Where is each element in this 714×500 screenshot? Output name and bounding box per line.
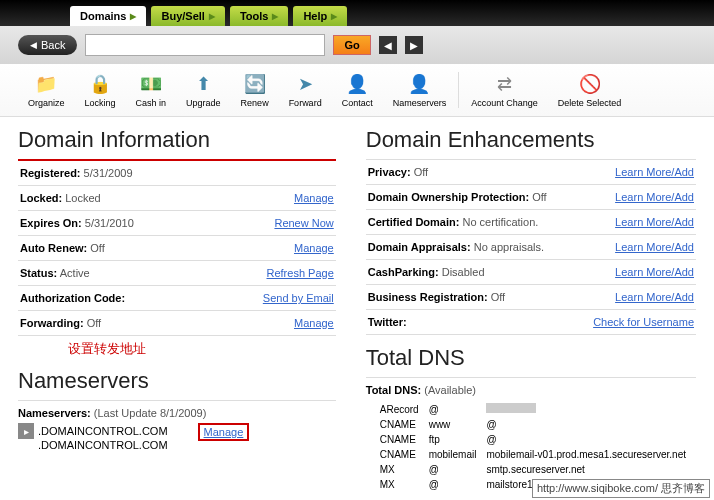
info-row: Status: ActiveRefresh Page bbox=[18, 261, 336, 286]
row-action-link[interactable]: Renew Now bbox=[274, 217, 333, 229]
row-action-link[interactable]: Learn More/Add bbox=[615, 191, 694, 203]
row-action-link[interactable]: Send by Email bbox=[263, 292, 334, 304]
upgrade-icon: ⬆ bbox=[191, 72, 215, 96]
info-row: Locked: LockedManage bbox=[18, 186, 336, 211]
expand-icon[interactable]: ▸ bbox=[18, 423, 34, 439]
row-action-link[interactable]: Learn More/Add bbox=[615, 241, 694, 253]
go-button[interactable]: Go bbox=[333, 35, 370, 55]
chevron-right-icon: ▶ bbox=[130, 12, 136, 21]
row-label: Registered: bbox=[20, 167, 81, 179]
info-row: Domain Ownership Protection: OffLearn Mo… bbox=[366, 185, 696, 210]
row-value: Disabled bbox=[442, 266, 485, 278]
total-dns-label: Total DNS: bbox=[366, 384, 421, 396]
row-action-link[interactable]: Refresh Page bbox=[266, 267, 333, 279]
tool-delete-selected[interactable]: 🚫Delete Selected bbox=[548, 72, 632, 108]
row-value: 5/31/2010 bbox=[85, 217, 134, 229]
forwarding-annotation: 设置转发地址 bbox=[18, 336, 336, 358]
info-row: Expires On: 5/31/2010Renew Now bbox=[18, 211, 336, 236]
top-tabs: Domains▶ Buy/Sell▶ Tools▶ Help▶ bbox=[0, 0, 714, 26]
row-value: Locked bbox=[65, 192, 100, 204]
info-row: Certified Domain: No certification.Learn… bbox=[366, 210, 696, 235]
info-row: Auto Renew: OffManage bbox=[18, 236, 336, 261]
domain-enhancements-title: Domain Enhancements bbox=[366, 127, 696, 153]
account-change-icon: ⇄ bbox=[492, 72, 516, 96]
row-value: 5/31/2009 bbox=[84, 167, 133, 179]
tab-help[interactable]: Help▶ bbox=[293, 6, 347, 26]
dns-record-row: ARecord@ bbox=[368, 402, 694, 416]
dns-record-row: CNAMEmobilemailmobilemail-v01.prod.mesa1… bbox=[368, 448, 694, 461]
domain-info-title: Domain Information bbox=[18, 127, 336, 153]
tool-locking[interactable]: 🔒Locking bbox=[75, 72, 126, 108]
delete-selected-icon: 🚫 bbox=[578, 72, 602, 96]
row-value: Active bbox=[60, 267, 90, 279]
right-column: Domain Enhancements Privacy: OffLearn Mo… bbox=[366, 127, 696, 500]
row-label: Business Registration: bbox=[368, 291, 488, 303]
row-action-link[interactable]: Manage bbox=[294, 317, 334, 329]
total-dns-title: Total DNS bbox=[366, 345, 696, 371]
row-label: Domain Appraisals: bbox=[368, 241, 471, 253]
contact-icon: 👤 bbox=[345, 72, 369, 96]
info-row: Registered: 5/31/2009 bbox=[18, 161, 336, 186]
tab-buysell[interactable]: Buy/Sell▶ bbox=[151, 6, 224, 26]
info-row: Domain Appraisals: No appraisals.Learn M… bbox=[366, 235, 696, 260]
row-value: No appraisals. bbox=[474, 241, 544, 253]
dns-record-row: CNAMEftp@ bbox=[368, 433, 694, 446]
tool-upgrade[interactable]: ⬆Upgrade bbox=[176, 72, 231, 108]
row-action-link[interactable]: Manage bbox=[294, 242, 334, 254]
nameservers-list: ▸.DOMAINCONTROL.COM .DOMAINCONTROL.COM bbox=[18, 423, 168, 451]
nameservers-title: Nameservers bbox=[18, 368, 336, 394]
tool-organize[interactable]: 📁Organize bbox=[18, 72, 75, 108]
row-label: CashParking: bbox=[368, 266, 439, 278]
info-row: Forwarding: OffManage bbox=[18, 311, 336, 336]
row-action-link[interactable]: Manage bbox=[294, 192, 334, 204]
tab-tools[interactable]: Tools▶ bbox=[230, 6, 289, 26]
row-action-link[interactable]: Learn More/Add bbox=[615, 291, 694, 303]
nameservers-icon: 👤 bbox=[407, 72, 431, 96]
nameservers-label: Nameservers: bbox=[18, 407, 91, 419]
back-button[interactable]: Back bbox=[18, 35, 77, 55]
tab-domains[interactable]: Domains▶ bbox=[70, 6, 146, 26]
row-action-link[interactable]: Learn More/Add bbox=[615, 216, 694, 228]
row-label: Locked: bbox=[20, 192, 62, 204]
dns-record-row: MX@smtp.secureserver.net bbox=[368, 463, 694, 476]
left-column: Domain Information Registered: 5/31/2009… bbox=[18, 127, 336, 500]
row-value: Off bbox=[491, 291, 505, 303]
row-label: Domain Ownership Protection: bbox=[368, 191, 529, 203]
row-value: Off bbox=[87, 317, 101, 329]
tool-renew[interactable]: 🔄Renew bbox=[231, 72, 279, 108]
renew-icon: 🔄 bbox=[243, 72, 267, 96]
tool-forward[interactable]: ➤Forward bbox=[279, 72, 332, 108]
row-label: Expires On: bbox=[20, 217, 82, 229]
manage-nameservers-link[interactable]: Manage bbox=[198, 423, 250, 441]
row-label: Status: bbox=[20, 267, 57, 279]
chevron-right-icon: ▶ bbox=[209, 12, 215, 21]
domain-search-input[interactable] bbox=[85, 34, 325, 56]
row-label: Certified Domain: bbox=[368, 216, 460, 228]
tool-nameservers[interactable]: 👤Nameservers bbox=[383, 72, 457, 108]
row-action-link[interactable]: Learn More/Add bbox=[615, 166, 694, 178]
row-action-link[interactable]: Learn More/Add bbox=[615, 266, 694, 278]
watermark: http://www.siqiboke.com/ 思齐博客 bbox=[532, 479, 710, 498]
tool-cash-in[interactable]: 💵Cash in bbox=[126, 72, 177, 108]
forward-icon: ➤ bbox=[293, 72, 317, 96]
cash-in-icon: 💵 bbox=[139, 72, 163, 96]
row-value: No certification. bbox=[463, 216, 539, 228]
tool-contact[interactable]: 👤Contact bbox=[332, 72, 383, 108]
row-value: Off bbox=[414, 166, 428, 178]
row-action-link[interactable]: Check for Username bbox=[593, 316, 694, 328]
row-label: Privacy: bbox=[368, 166, 411, 178]
info-row: CashParking: DisabledLearn More/Add bbox=[366, 260, 696, 285]
row-value: Off bbox=[90, 242, 104, 254]
nameservers-updated: (Last Update 8/1/2009) bbox=[94, 407, 207, 419]
row-label: Twitter: bbox=[368, 316, 407, 328]
row-label: Auto Renew: bbox=[20, 242, 87, 254]
row-label: Forwarding: bbox=[20, 317, 84, 329]
tool-account-change[interactable]: ⇄Account Change bbox=[461, 72, 548, 108]
next-button[interactable]: ▶ bbox=[405, 36, 423, 54]
prev-button[interactable]: ◀ bbox=[379, 36, 397, 54]
dns-record-row: CNAMEwww@ bbox=[368, 418, 694, 431]
info-row: Privacy: OffLearn More/Add bbox=[366, 160, 696, 185]
row-value: Off bbox=[532, 191, 546, 203]
search-bar: Back Go ◀ ▶ bbox=[0, 26, 714, 64]
info-row: Authorization Code: Send by Email bbox=[18, 286, 336, 311]
